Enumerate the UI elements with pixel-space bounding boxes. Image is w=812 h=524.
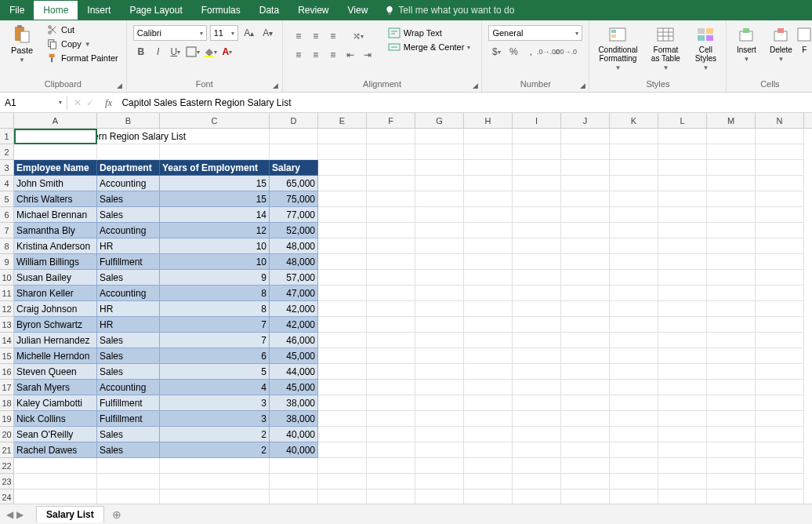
tab-view[interactable]: View bbox=[339, 1, 378, 20]
col-header-G[interactable]: G bbox=[415, 113, 464, 128]
cell-L18[interactable] bbox=[658, 395, 707, 411]
cell-G12[interactable] bbox=[415, 301, 464, 317]
font-name-select[interactable]: Calibri▾ bbox=[133, 25, 207, 41]
cell-E23[interactable] bbox=[318, 474, 367, 489]
cell-F11[interactable] bbox=[367, 286, 415, 301]
table-cell[interactable]: 8 bbox=[160, 301, 270, 317]
cell-G1[interactable] bbox=[415, 129, 464, 144]
cell-E19[interactable] bbox=[318, 411, 367, 427]
format-painter-button[interactable]: Format Painter bbox=[44, 52, 121, 64]
cell-H8[interactable] bbox=[464, 238, 513, 254]
cell-I16[interactable] bbox=[513, 364, 561, 380]
cell-M11[interactable] bbox=[707, 286, 756, 301]
table-cell[interactable]: 15 bbox=[160, 176, 270, 191]
cell-M15[interactable] bbox=[707, 348, 756, 364]
cell-H2[interactable] bbox=[464, 144, 513, 160]
cell-G21[interactable] bbox=[415, 442, 464, 458]
decrease-decimal-button[interactable]: .00→.0 bbox=[557, 44, 573, 60]
col-header-J[interactable]: J bbox=[561, 113, 610, 128]
table-cell[interactable]: 14 bbox=[160, 207, 270, 223]
table-cell[interactable]: Samantha Bly bbox=[14, 223, 97, 238]
align-right-button[interactable]: ≡ bbox=[325, 47, 341, 63]
cell-M24[interactable] bbox=[707, 489, 756, 504]
table-cell[interactable]: 9 bbox=[160, 270, 270, 286]
cell-F8[interactable] bbox=[367, 238, 415, 254]
add-sheet-button[interactable]: ⊕ bbox=[104, 508, 129, 521]
cell-G15[interactable] bbox=[415, 348, 464, 364]
cell-N12[interactable] bbox=[756, 301, 804, 317]
cell-G23[interactable] bbox=[415, 474, 464, 489]
row-header-5[interactable]: 5 bbox=[0, 191, 13, 207]
table-cell[interactable]: Julian Hernandez bbox=[14, 333, 97, 348]
cell-A22[interactable] bbox=[14, 458, 97, 474]
table-cell[interactable]: 57,000 bbox=[270, 270, 318, 286]
table-cell[interactable]: Kaley Ciambotti bbox=[14, 395, 97, 411]
cell-F14[interactable] bbox=[367, 333, 415, 348]
cell-styles-button[interactable]: Cell Styles▼ bbox=[688, 22, 723, 75]
align-center-button[interactable]: ≡ bbox=[308, 47, 324, 63]
table-cell[interactable]: 77,000 bbox=[270, 207, 318, 223]
cell-E2[interactable] bbox=[318, 144, 367, 160]
table-cell[interactable]: Susan Bailey bbox=[14, 270, 97, 286]
cell-H13[interactable] bbox=[464, 317, 513, 333]
table-cell[interactable]: 15 bbox=[160, 191, 270, 207]
cells-area[interactable]: Capitol Sales Eastern Region Salary List… bbox=[14, 129, 812, 504]
bold-button[interactable]: B bbox=[133, 44, 149, 60]
row-header-21[interactable]: 21 bbox=[0, 442, 13, 458]
table-cell[interactable]: Accounting bbox=[97, 286, 160, 301]
table-cell[interactable]: 4 bbox=[160, 380, 270, 395]
cell-L3[interactable] bbox=[658, 160, 707, 176]
cell-M3[interactable] bbox=[707, 160, 756, 176]
underline-button[interactable]: U▾ bbox=[168, 44, 183, 60]
cell-N19[interactable] bbox=[756, 411, 804, 427]
table-cell[interactable]: 3 bbox=[160, 411, 270, 427]
row-header-13[interactable]: 13 bbox=[0, 317, 13, 333]
cell-L17[interactable] bbox=[658, 380, 707, 395]
cell-L23[interactable] bbox=[658, 474, 707, 489]
cell-M23[interactable] bbox=[707, 474, 756, 489]
cell-J3[interactable] bbox=[561, 160, 610, 176]
cell-F22[interactable] bbox=[367, 458, 415, 474]
table-cell[interactable]: Accounting bbox=[97, 223, 160, 238]
cell-J18[interactable] bbox=[561, 395, 610, 411]
cell-J12[interactable] bbox=[561, 301, 610, 317]
increase-font-button[interactable]: A▴ bbox=[241, 25, 257, 41]
insert-cells-button[interactable]: Insert▼ bbox=[730, 22, 763, 66]
table-cell[interactable]: 7 bbox=[160, 333, 270, 348]
table-cell[interactable]: 46,000 bbox=[270, 333, 318, 348]
cell-J15[interactable] bbox=[561, 348, 610, 364]
tab-home[interactable]: Home bbox=[34, 1, 78, 20]
cell-F24[interactable] bbox=[367, 489, 415, 504]
cell-L9[interactable] bbox=[658, 254, 707, 270]
cell-J23[interactable] bbox=[561, 474, 610, 489]
col-header-B[interactable]: B bbox=[97, 113, 160, 128]
cell-E15[interactable] bbox=[318, 348, 367, 364]
cell-E4[interactable] bbox=[318, 176, 367, 191]
cell-J22[interactable] bbox=[561, 458, 610, 474]
col-header-A[interactable]: A bbox=[14, 113, 97, 128]
font-dialog-launcher[interactable]: ◢ bbox=[271, 81, 281, 90]
cell-J17[interactable] bbox=[561, 380, 610, 395]
cell-K23[interactable] bbox=[610, 474, 658, 489]
cell-C24[interactable] bbox=[160, 489, 270, 504]
row-header-19[interactable]: 19 bbox=[0, 411, 13, 427]
cell-K21[interactable] bbox=[610, 442, 658, 458]
cell-N14[interactable] bbox=[756, 333, 804, 348]
cell-N11[interactable] bbox=[756, 286, 804, 301]
cell-J21[interactable] bbox=[561, 442, 610, 458]
cell-K9[interactable] bbox=[610, 254, 658, 270]
col-header-I[interactable]: I bbox=[513, 113, 561, 128]
cell-G14[interactable] bbox=[415, 333, 464, 348]
cell-L24[interactable] bbox=[658, 489, 707, 504]
cell-I14[interactable] bbox=[513, 333, 561, 348]
cell-G24[interactable] bbox=[415, 489, 464, 504]
cell-J9[interactable] bbox=[561, 254, 610, 270]
table-cell[interactable]: 65,000 bbox=[270, 176, 318, 191]
cell-I7[interactable] bbox=[513, 223, 561, 238]
cell-G3[interactable] bbox=[415, 160, 464, 176]
cell-N17[interactable] bbox=[756, 380, 804, 395]
cell-J4[interactable] bbox=[561, 176, 610, 191]
cell-K11[interactable] bbox=[610, 286, 658, 301]
table-cell[interactable]: 2 bbox=[160, 442, 270, 458]
cell-L14[interactable] bbox=[658, 333, 707, 348]
